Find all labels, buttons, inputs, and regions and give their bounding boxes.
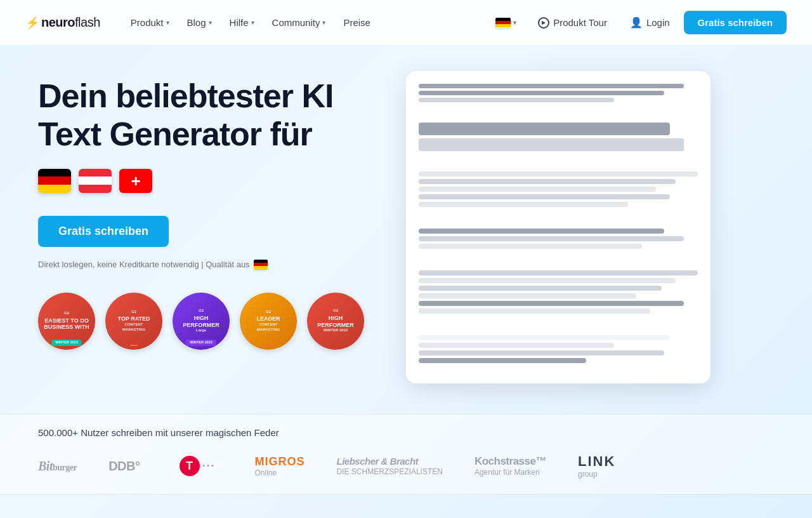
telekom-t-icon: T bbox=[180, 456, 200, 476]
trust-logo-migros: MIGROS Online bbox=[255, 455, 305, 477]
play-icon: ▶ bbox=[538, 17, 549, 29]
badge-high-performer-large: G2 HighPerformer Large WINTER 2023 bbox=[173, 293, 230, 350]
badge-easiest: G2 Easiest To DoBusiness With WINTER 202… bbox=[38, 293, 95, 350]
preview-line bbox=[419, 286, 662, 291]
lang-flag-de-icon bbox=[495, 18, 511, 28]
badge-leader: G2 LEADER CONTENTMARKETING bbox=[240, 293, 297, 350]
hero-title: Dein beliebtester KI Text Generator für bbox=[38, 77, 368, 154]
subtext-flag-de bbox=[254, 260, 268, 270]
preview-line bbox=[419, 229, 664, 234]
logo-text: neuroflash bbox=[41, 15, 100, 30]
navbar: ⚡ neuroflash Produkt ▾ Blog ▾ Hilfe ▾ Co… bbox=[0, 0, 812, 46]
preview-line bbox=[419, 358, 586, 363]
trust-headline: 500.000+ Nutzer schreiben mit unserer ma… bbox=[38, 427, 774, 438]
preview-line bbox=[419, 179, 676, 184]
chevron-down-icon: ▾ bbox=[513, 19, 516, 26]
trust-logo-link: LINK group bbox=[578, 453, 615, 479]
user-icon: 👤 bbox=[630, 17, 643, 29]
chevron-down-icon: ▾ bbox=[322, 19, 325, 26]
hero-cta-button[interactable]: Gratis schreiben bbox=[38, 216, 169, 247]
preview-line bbox=[419, 98, 614, 102]
trust-logo-kochstrasse: Kochstrasse™ Agentur für Marken bbox=[475, 455, 546, 477]
trust-logo-telekom: T ··· bbox=[172, 451, 223, 481]
flag-switzerland bbox=[119, 169, 152, 193]
preview-line bbox=[419, 138, 684, 151]
language-selector[interactable]: ▾ bbox=[488, 13, 524, 33]
trust-logo-liebscher: Liebscher & Bracht DIE SCHMERZSPEZIALIST… bbox=[337, 456, 443, 476]
trust-section: 500.000+ Nutzer schreiben mit unserer ma… bbox=[0, 414, 812, 495]
preview-line bbox=[419, 301, 684, 306]
chevron-down-icon: ▾ bbox=[209, 19, 212, 26]
badge-high-performer-winter: G2 HighPerformer WINTER 2023 bbox=[307, 293, 364, 350]
nav-item-community[interactable]: Community ▾ bbox=[265, 12, 334, 33]
preview-line bbox=[419, 236, 684, 241]
preview-line bbox=[419, 309, 650, 314]
preview-line bbox=[419, 244, 642, 249]
preview-card bbox=[406, 71, 710, 383]
brand-logo[interactable]: ⚡ neuroflash bbox=[25, 15, 100, 30]
nav-item-preise[interactable]: Preise bbox=[336, 12, 378, 33]
preview-line bbox=[419, 187, 656, 192]
preview-line bbox=[419, 194, 670, 199]
chevron-down-icon: ▾ bbox=[166, 19, 169, 26]
logo-icon: ⚡ bbox=[25, 16, 39, 30]
hero-section: Dein beliebtester KI Text Generator für … bbox=[0, 46, 812, 414]
hero-preview bbox=[406, 71, 710, 383]
nav-cta-button[interactable]: Gratis schreiben bbox=[684, 11, 787, 34]
nav-right: ▾ ▶ Produkt Tour 👤 Login Gratis schreibe… bbox=[488, 11, 787, 34]
nav-item-produkt[interactable]: Produkt ▾ bbox=[123, 12, 177, 33]
preview-line bbox=[419, 171, 698, 176]
preview-line bbox=[419, 350, 664, 355]
trust-logo-bitburger: Bitburger bbox=[38, 459, 77, 474]
hero-badges: G2 Easiest To DoBusiness With WINTER 202… bbox=[38, 293, 368, 350]
preview-line bbox=[419, 202, 628, 207]
preview-line bbox=[419, 123, 670, 135]
trust-logos: Bitburger DDB° T ··· MIGROS Online Liebs… bbox=[38, 451, 774, 481]
chevron-down-icon: ▾ bbox=[251, 19, 254, 26]
preview-line bbox=[419, 270, 698, 276]
preview-line bbox=[419, 84, 684, 88]
preview-line bbox=[419, 335, 670, 340]
preview-line bbox=[419, 91, 664, 95]
hero-content: Dein beliebtester KI Text Generator für … bbox=[38, 77, 368, 350]
hero-flags bbox=[38, 169, 368, 193]
trust-logo-ddb: DDB° bbox=[108, 459, 140, 474]
nav-item-blog[interactable]: Blog ▾ bbox=[180, 12, 219, 33]
product-tour-button[interactable]: ▶ Produkt Tour bbox=[529, 12, 616, 34]
nav-links: Produkt ▾ Blog ▾ Hilfe ▾ Community ▾ Pre… bbox=[123, 12, 488, 33]
preview-content bbox=[419, 84, 698, 371]
nav-item-hilfe[interactable]: Hilfe ▾ bbox=[222, 12, 262, 33]
preview-line bbox=[419, 293, 636, 298]
hero-subtext: Direkt loslegen, keine Kreditkarte notwe… bbox=[38, 260, 368, 270]
flag-austria bbox=[79, 169, 112, 193]
preview-line bbox=[419, 278, 676, 283]
badge-top-rated: G2 TOP RATED CONTENTMARKETING bbox=[105, 293, 162, 350]
preview-line bbox=[419, 343, 614, 348]
flag-germany bbox=[38, 169, 71, 193]
login-button[interactable]: 👤 Login bbox=[621, 11, 679, 34]
